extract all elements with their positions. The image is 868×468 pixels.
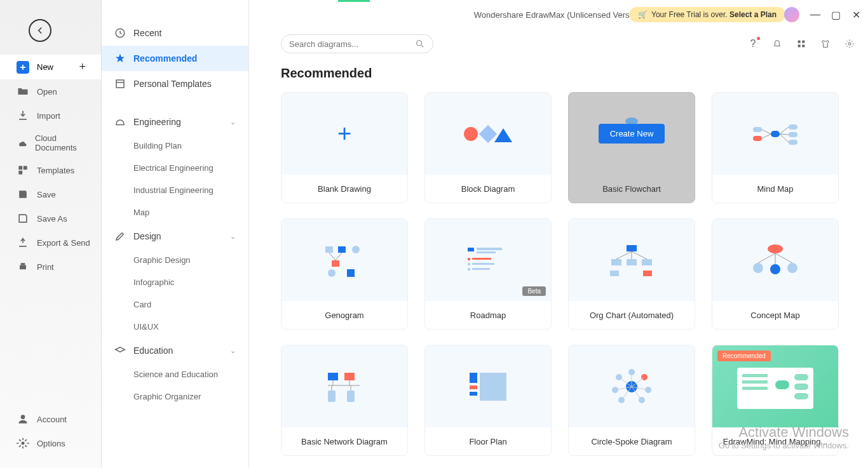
sidebar-primary: New + Open Import Cloud Documents Templa… — [0, 0, 102, 468]
nav-account[interactable]: Account — [0, 407, 101, 431]
card-preview — [712, 93, 838, 175]
nav-label: Export & Send — [37, 238, 90, 248]
minimize-button[interactable]: — — [811, 10, 820, 19]
content-area: Recommended +Blank DrawingBlock DiagramC… — [249, 58, 868, 468]
svg-rect-25 — [789, 124, 797, 130]
card-label: Floor Plan — [425, 427, 551, 455]
trial-text: Your Free Trial is over. — [651, 10, 729, 19]
template-card[interactable]: Basic Network Diagram — [281, 345, 408, 456]
template-card[interactable]: Floor Plan — [424, 345, 552, 456]
cat-sub-building[interactable]: Building Plan — [102, 135, 248, 157]
cat-design[interactable]: Design ⌄ — [102, 224, 248, 249]
nav-saveas[interactable]: Save As — [0, 206, 101, 231]
svg-rect-0 — [18, 166, 22, 170]
nav-options[interactable]: Options — [0, 431, 101, 455]
svg-rect-96 — [742, 380, 768, 384]
chevron-down-icon: ⌄ — [230, 232, 236, 241]
tshirt-icon[interactable] — [820, 38, 831, 50]
add-icon[interactable]: + — [79, 60, 86, 74]
svg-rect-55 — [643, 271, 652, 276]
svg-rect-2 — [18, 171, 22, 175]
plus-icon — [17, 61, 29, 74]
sidebar-categories: Recent Recommended Personal Templates En… — [102, 0, 249, 468]
template-card[interactable]: Concept Map — [712, 218, 839, 330]
nav-print[interactable]: Print — [0, 255, 101, 279]
cat-recent[interactable]: Recent — [102, 20, 248, 46]
help-icon[interactable]: ? — [747, 38, 759, 50]
svg-rect-44 — [468, 258, 470, 260]
search-input[interactable] — [289, 39, 415, 49]
template-card[interactable]: Mind Map — [712, 92, 839, 203]
cat-sub-industrial[interactable]: Industrial Engineering — [102, 179, 248, 201]
cat-sub-science[interactable]: Science and Education — [102, 363, 248, 385]
cat-education[interactable]: Education ⌄ — [102, 338, 248, 363]
card-preview — [425, 345, 551, 427]
nav-templates[interactable]: Templates — [0, 158, 101, 182]
bell-icon[interactable] — [771, 38, 783, 50]
cat-engineering[interactable]: Engineering ⌄ — [102, 109, 248, 135]
cat-label: Design — [133, 231, 161, 241]
create-new-button[interactable]: Create New — [599, 124, 665, 144]
svg-rect-38 — [347, 269, 355, 277]
cat-sub-electrical[interactable]: Electrical Engineering — [102, 157, 248, 179]
card-preview — [569, 345, 695, 427]
template-card[interactable]: RecommendedEdrawMind: Mind Mapping... — [712, 345, 839, 456]
star-icon — [114, 53, 126, 64]
svg-rect-3 — [20, 265, 26, 270]
chevron-down-icon: ⌄ — [230, 118, 236, 126]
svg-line-28 — [762, 130, 771, 134]
avatar[interactable] — [784, 7, 799, 22]
svg-rect-95 — [742, 374, 768, 377]
trial-banner[interactable]: 🛒 Your Free Trial is over. Select a Plan — [629, 7, 785, 22]
svg-rect-75 — [470, 373, 477, 383]
maximize-button[interactable]: ▢ — [831, 10, 840, 19]
cat-sub-graphic[interactable]: Graphic Design — [102, 249, 248, 271]
svg-line-32 — [780, 134, 789, 142]
app-title: Wondershare EdrawMax (Unlicensed Version… — [474, 10, 643, 20]
cat-sub-map[interactable]: Map — [102, 201, 248, 224]
nav-cloud[interactable]: Cloud Documents — [0, 128, 101, 158]
svg-rect-51 — [611, 259, 621, 265]
cat-sub-organizer[interactable]: Graphic Organizer — [102, 385, 248, 408]
template-card[interactable]: Org Chart (Automated) — [568, 218, 695, 330]
back-button[interactable] — [29, 19, 51, 42]
cat-sub-card[interactable]: Card — [102, 293, 248, 316]
nav-label: Templates — [37, 166, 74, 175]
card-label: Org Chart (Automated) — [569, 301, 695, 329]
close-button[interactable]: ✕ — [851, 10, 860, 19]
cat-recommended[interactable]: Recommended — [102, 46, 248, 71]
nav-import[interactable]: Import — [0, 104, 101, 128]
svg-rect-50 — [627, 245, 637, 251]
template-card[interactable]: Block Diagram — [424, 92, 552, 203]
template-card[interactable]: Create NewBasic Flowchart — [568, 92, 695, 203]
nav-open[interactable]: Open — [0, 79, 101, 104]
apps-icon[interactable] — [796, 38, 807, 50]
nav-label: Save As — [37, 214, 67, 224]
nav-label: Import — [37, 111, 60, 121]
search-box[interactable] — [281, 34, 433, 53]
settings-icon[interactable] — [844, 38, 855, 50]
svg-point-37 — [328, 269, 336, 277]
cat-sub-infographic[interactable]: Infographic — [102, 271, 248, 293]
template-card[interactable]: Genogram — [281, 218, 408, 330]
svg-rect-36 — [332, 260, 339, 267]
nav-export[interactable]: Export & Send — [0, 231, 101, 255]
svg-rect-33 — [325, 246, 333, 253]
nav-new[interactable]: New + — [0, 55, 101, 79]
card-preview: Create New — [569, 93, 695, 175]
svg-rect-67 — [344, 373, 355, 380]
svg-point-59 — [768, 244, 783, 253]
template-card[interactable]: +Blank Drawing — [281, 92, 408, 203]
graduation-icon — [114, 345, 126, 356]
svg-rect-77 — [470, 385, 477, 389]
template-card[interactable]: BetaRoadmap — [424, 218, 552, 330]
account-icon — [17, 413, 29, 425]
svg-line-63 — [758, 253, 775, 263]
template-card[interactable]: Circle-Spoke Diagram — [568, 345, 695, 456]
cat-personal[interactable]: Personal Templates — [102, 71, 248, 97]
svg-rect-76 — [480, 373, 506, 401]
cat-sub-uiux[interactable]: UI&UX — [102, 316, 248, 338]
svg-rect-98 — [775, 380, 789, 389]
svg-rect-101 — [794, 393, 808, 399]
nav-save[interactable]: Save — [0, 182, 101, 206]
